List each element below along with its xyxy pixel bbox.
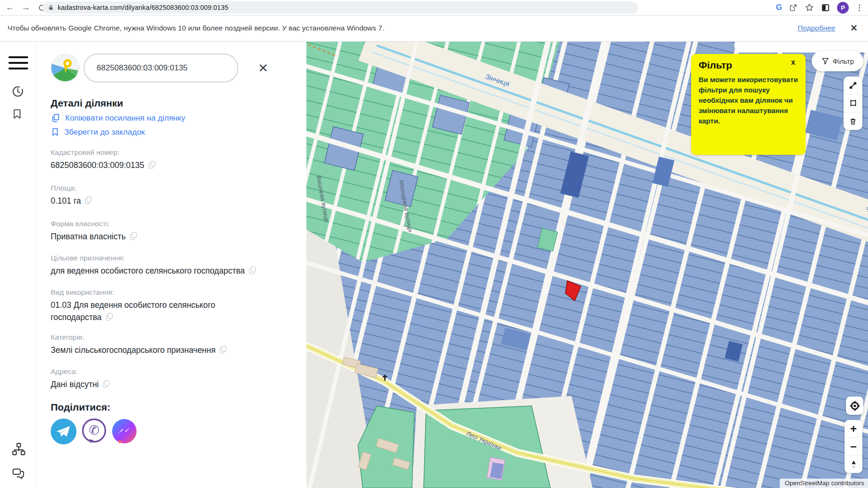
field-purpose: Цільове призначення: для ведення особист…	[51, 254, 306, 277]
map-edit-toolbar	[844, 76, 862, 130]
chrome-update-notification: Чтобы обновлять Google Chrome, нужна Win…	[0, 15, 868, 42]
filter-tooltip-body: Ви можете використовувати фільтри для по…	[699, 75, 800, 126]
copy-value-icon[interactable]	[149, 161, 156, 169]
filter-tooltip: Фільтр x Ви можете використовувати фільт…	[691, 54, 806, 155]
save-to-bookmarks-link[interactable]: Зберегти до закладок	[51, 127, 306, 137]
compass-needle-icon	[850, 459, 858, 470]
map-attribution: OpenStreetMap contributors	[780, 479, 868, 488]
copy-link-icon	[51, 113, 61, 123]
panel-title: Деталі ділянки	[51, 98, 306, 109]
share-title: Поділитися:	[51, 402, 306, 413]
viber-icon[interactable]: ✆	[82, 419, 107, 444]
field-area: Площа: 0.101 га	[51, 184, 306, 207]
zoom-out-button[interactable]: −	[845, 438, 862, 456]
menu-dots-icon[interactable]: ⋮	[855, 3, 863, 13]
parcel-details-panel: ✕ Деталі ділянки Копіювати посилання на …	[37, 42, 306, 488]
svg-text:✆: ✆	[89, 423, 99, 437]
split-screen-icon[interactable]	[821, 3, 830, 12]
tooltip-close-icon[interactable]: x	[791, 58, 795, 67]
share-icon[interactable]	[789, 3, 798, 12]
field-ownership: Форма власності: Приватна власність	[51, 220, 306, 243]
back-icon[interactable]: ←	[4, 1, 16, 14]
copy-value-icon[interactable]	[220, 346, 227, 354]
target-icon	[849, 400, 860, 412]
copy-value-icon[interactable]	[103, 380, 110, 388]
field-category: Категорія: Землі сільськогосподарського …	[51, 333, 306, 356]
copy-value-icon[interactable]	[85, 197, 92, 205]
bookmark-icon	[51, 127, 60, 137]
select-area-button[interactable]	[844, 94, 862, 112]
url-text: kadastrova-karta.com/dilyanka/6825083600…	[58, 4, 228, 11]
measure-button[interactable]	[844, 76, 862, 94]
sitemap-icon[interactable]	[11, 442, 25, 456]
messenger-icon[interactable]	[112, 419, 137, 444]
address-bar[interactable]: kadastrova-karta.com/dilyanka/6825083600…	[42, 1, 638, 14]
forward-icon[interactable]: →	[20, 1, 32, 14]
copy-parcel-link[interactable]: Копіювати посилання на ділянку	[51, 113, 306, 123]
notification-text: Чтобы обновлять Google Chrome, нужна Win…	[8, 24, 384, 32]
church-marker: ✝	[381, 374, 388, 382]
bookmark-star-icon[interactable]	[805, 3, 814, 12]
lock-icon	[48, 4, 54, 11]
field-use-type: Вид використання: 01.03 Для ведення особ…	[51, 288, 306, 323]
google-icon[interactable]: G	[776, 3, 782, 12]
notification-close-icon[interactable]: ✕	[847, 21, 860, 34]
profile-avatar[interactable]: P	[837, 2, 849, 14]
field-cadastral-number: Кадастровий номер: 6825083600:03:009:013…	[51, 148, 306, 171]
copy-value-icon[interactable]	[106, 313, 113, 321]
cadastral-search-input[interactable]	[84, 53, 238, 83]
field-address: Адреса: Дані відсутні	[51, 367, 306, 390]
details-link[interactable]: Подробнее	[798, 24, 835, 32]
map-container: ✝ Зінчиця Зінчиця Вишнева вулиця Молодіж…	[306, 42, 868, 488]
left-icon-rail	[0, 42, 37, 488]
clear-search-icon[interactable]: ✕	[255, 60, 271, 76]
menu-hamburger-icon[interactable]	[8, 56, 28, 73]
geolocate-button[interactable]	[846, 396, 863, 415]
zoom-control: + −	[845, 420, 862, 473]
telegram-icon[interactable]	[51, 419, 76, 444]
copy-value-icon[interactable]	[249, 267, 256, 274]
filter-button[interactable]: Фільтр	[812, 51, 863, 71]
copy-value-icon[interactable]	[130, 232, 137, 240]
browser-bar: ← → kadastrova-karta.com/dilyanka/682508…	[0, 0, 868, 15]
history-icon[interactable]	[11, 85, 25, 99]
bookmarks-icon[interactable]	[11, 108, 25, 122]
funnel-icon	[821, 57, 830, 65]
zoom-in-button[interactable]: +	[845, 420, 862, 438]
site-logo	[51, 53, 80, 83]
compass-button[interactable]	[845, 456, 862, 473]
trash-button[interactable]	[844, 113, 862, 130]
chat-icon[interactable]	[11, 466, 25, 480]
filter-tooltip-title: Фільтр	[699, 60, 799, 71]
